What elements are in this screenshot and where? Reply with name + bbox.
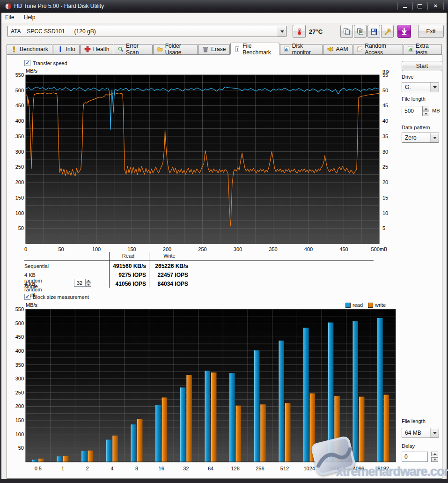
block-size-checkbox[interactable] (24, 294, 30, 300)
file-length-label: File length (402, 96, 426, 102)
menu-help[interactable]: Help (20, 13, 39, 22)
delay-label: Delay (402, 443, 415, 449)
spin-down-icon[interactable] (431, 457, 438, 462)
multi-queue-input[interactable]: 32 (74, 279, 85, 287)
maximize-icon (418, 4, 422, 8)
menu-file[interactable]: File (1, 13, 18, 22)
svg-text:25: 25 (382, 164, 388, 170)
thermometer-icon (296, 28, 303, 35)
random-multi-read-value: 41056 IOPS (110, 281, 146, 287)
svg-text:50: 50 (58, 246, 64, 252)
drive-selector-value: ATA SPCC SSD101 (120 gB) (8, 28, 278, 35)
svg-text:100: 100 (15, 210, 24, 216)
drive-select[interactable]: G: (402, 82, 439, 92)
svg-text:50: 50 (18, 445, 24, 451)
combo-dropdown-zone[interactable] (278, 26, 286, 37)
temperature-button[interactable] (293, 25, 306, 38)
svg-text:550: 550 (15, 72, 24, 78)
svg-text:350: 350 (269, 246, 277, 252)
svg-text:200: 200 (15, 403, 24, 409)
file-length-input[interactable]: 500 (402, 106, 422, 116)
options-button[interactable] (381, 25, 394, 38)
svg-text:350: 350 (15, 134, 24, 139)
toolbar: ATA SPCC SSD101 (120 gB) 27°C (1, 23, 447, 42)
svg-text:20: 20 (382, 179, 388, 185)
copy-report-button[interactable] (340, 25, 353, 38)
multi-queue-spinner[interactable] (85, 279, 91, 287)
tab-benchmark[interactable]: Benchmark (7, 44, 52, 54)
svg-text:MB/s: MB/s (26, 302, 38, 308)
spin-down-icon[interactable] (422, 111, 429, 116)
file-length-unit: MB (432, 108, 440, 113)
copy-image-button[interactable] (354, 25, 367, 38)
minimize-button[interactable] (397, 2, 412, 10)
random-single-write-value: 22457 IOPS (151, 272, 188, 278)
svg-text:300: 300 (234, 246, 242, 252)
transfer-speed-checkbox[interactable] (24, 60, 30, 66)
save-button[interactable] (367, 25, 380, 38)
block-file-length-select[interactable]: 64 MB (402, 428, 439, 438)
svg-text:64: 64 (208, 466, 213, 471)
tab-erase[interactable]: Erase (198, 44, 230, 54)
tab-file-benchmark[interactable]: File Benchmark (230, 43, 279, 54)
svg-text:2048: 2048 (328, 466, 339, 471)
data-pattern-select[interactable]: Zero (402, 133, 439, 143)
spin-down-icon[interactable] (85, 283, 91, 287)
data-pattern-value: Zero (402, 134, 430, 141)
svg-text:250: 250 (198, 246, 206, 252)
start-button[interactable]: Start (402, 61, 442, 71)
svg-text:5: 5 (382, 225, 385, 231)
disk-monitor-icon (284, 46, 290, 52)
svg-text:100: 100 (92, 246, 101, 252)
magnifier-icon (118, 46, 124, 52)
svg-text:300: 300 (15, 149, 24, 155)
close-button[interactable]: ✕ (427, 2, 444, 10)
svg-text:500mB: 500mB (371, 246, 388, 252)
tab-disk-monitor[interactable]: Disk monitor (280, 44, 323, 54)
close-icon: ✕ (433, 4, 437, 8)
transfer-speed-label: Transfer speed (33, 60, 67, 66)
tab-extra-tests[interactable]: Extra tests (404, 44, 442, 54)
svg-text:8192: 8192 (377, 466, 389, 471)
extra-tests-icon (408, 46, 413, 52)
random-access-icon (357, 46, 363, 52)
svg-text:450: 450 (15, 334, 24, 340)
svg-text:ms: ms (382, 68, 389, 74)
svg-text:400: 400 (15, 118, 24, 124)
tab-random-access[interactable]: Random Access (353, 44, 403, 54)
download-button[interactable] (397, 25, 411, 38)
svg-text:100: 100 (15, 431, 24, 437)
tab-info[interactable]: Info (53, 44, 80, 54)
spin-up-icon[interactable] (85, 279, 91, 283)
title-bar: HD Tune Pro 5.00 - Hard Disk Utility ✕ (0, 0, 448, 13)
delay-input[interactable]: 0 (402, 452, 428, 462)
svg-text:550: 550 (15, 306, 24, 312)
svg-text:450: 450 (339, 246, 348, 252)
tab-health[interactable]: Health (80, 44, 114, 54)
chevron-down-icon (433, 432, 437, 434)
spin-up-icon[interactable] (431, 452, 438, 456)
svg-text:50: 50 (382, 88, 388, 93)
drive-selector-combobox[interactable]: ATA SPCC SSD101 (120 gB) (7, 26, 286, 37)
file-benchmark-icon (235, 46, 240, 52)
maximize-button[interactable] (412, 2, 427, 10)
save-icon (370, 28, 377, 35)
file-length-spinner[interactable] (422, 106, 429, 116)
svg-text:0: 0 (24, 246, 27, 252)
spin-up-icon[interactable] (422, 106, 429, 111)
block-size-chart: 0.51248163264128256512102420484096819250… (13, 302, 403, 477)
delay-spinner[interactable] (431, 452, 438, 462)
svg-text:16: 16 (159, 466, 164, 471)
tab-error-scan[interactable]: Error Scan (114, 44, 153, 54)
drive-select-value: G: (402, 84, 430, 90)
health-cross-icon (84, 46, 91, 52)
chevron-down-icon (433, 137, 437, 139)
svg-text:40: 40 (382, 118, 388, 124)
benchmark-icon (11, 46, 17, 52)
random-single-read-value: 9275 IOPS (110, 272, 146, 278)
exit-button[interactable]: Exit (418, 25, 444, 38)
sequential-write-value: 265226 KB/s (151, 263, 188, 269)
block-file-length-label: File length (402, 418, 426, 424)
tab-folder-usage[interactable]: Folder Usage (153, 44, 198, 54)
tab-aam[interactable]: AAM (323, 44, 353, 54)
